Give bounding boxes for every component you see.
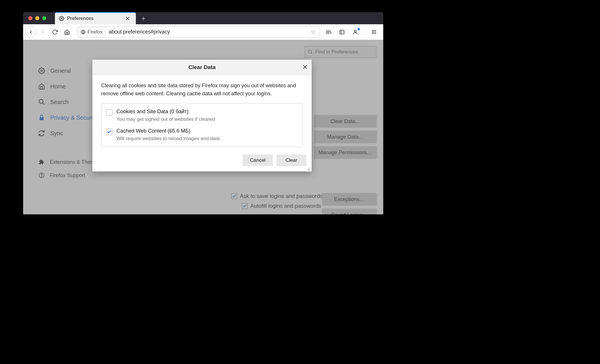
sidebar-item-label: Firefox Support — [50, 172, 85, 179]
option-subtitle: You may get signed out of websites if cl… — [116, 116, 215, 122]
dialog-options: Cookies and Site Data (0 байт) You may g… — [101, 103, 303, 147]
sidebar-item-label: Privacy & Security — [50, 114, 97, 121]
forward-button[interactable] — [37, 26, 49, 38]
bookmark-star-button[interactable]: ☆ — [307, 28, 320, 36]
notification-dot-icon — [358, 28, 360, 30]
browser-window: Preferences ✕ ＋ Firefox about:preference… — [23, 12, 383, 214]
home-button[interactable] — [61, 26, 73, 38]
dialog-title: Clear Data — [188, 64, 216, 70]
puzzle-icon — [38, 159, 46, 165]
tab-preferences[interactable]: Preferences ✕ — [55, 12, 136, 24]
separator — [364, 28, 365, 36]
svg-rect-2 — [340, 30, 344, 34]
new-tab-button[interactable]: ＋ — [138, 12, 149, 24]
manage-data-button[interactable]: Manage Data… — [314, 131, 377, 143]
sidebar-item-label: General — [50, 68, 71, 74]
cancel-button[interactable]: Cancel — [243, 155, 273, 166]
sync-icon — [38, 130, 46, 137]
saved-logins-button[interactable]: Saved Logins… — [322, 209, 377, 214]
sidebar-item-label: Home — [50, 83, 66, 90]
minimize-window-button[interactable] — [35, 16, 39, 20]
svg-rect-6 — [40, 117, 44, 120]
back-button[interactable] — [25, 27, 36, 38]
sidebar-item-label: Sync — [50, 130, 63, 137]
svg-point-3 — [354, 30, 356, 32]
sidebar-button[interactable] — [336, 26, 348, 38]
url-text: about:preferences#privacy — [106, 29, 307, 35]
checkbox-icon — [106, 129, 112, 135]
dialog-description: Clearing all cookies and site data store… — [101, 82, 303, 98]
svg-point-0 — [61, 18, 62, 19]
maximize-window-button[interactable] — [42, 16, 46, 20]
gear-icon — [38, 67, 46, 74]
checkbox-icon — [231, 193, 237, 199]
clear-data-button[interactable]: Clear Data… — [314, 115, 377, 128]
close-tab-button[interactable]: ✕ — [123, 15, 132, 22]
close-window-button[interactable] — [28, 16, 32, 20]
home-icon — [38, 83, 46, 90]
window-controls — [23, 12, 55, 24]
checkbox-icon — [242, 203, 247, 209]
app-menu-button[interactable] — [368, 26, 380, 38]
sidebar-item-label: Search — [50, 99, 68, 105]
svg-point-9 — [308, 50, 312, 53]
option-subtitle: Will require websites to reload images a… — [116, 136, 220, 142]
tab-title: Preferences — [67, 16, 123, 21]
clear-data-dialog: Clear Data ✕ Clearing all cookies and si… — [92, 60, 312, 172]
logins-buttons: Exceptions… Saved Logins… — [322, 193, 377, 214]
resize-grip-icon[interactable] — [307, 166, 311, 170]
help-icon — [38, 172, 46, 178]
svg-point-8 — [41, 176, 42, 177]
manage-permissions-button[interactable]: Manage Permissions… — [314, 146, 377, 159]
toolbar-right — [323, 26, 381, 38]
gear-icon — [59, 16, 64, 21]
dialog-header: Clear Data ✕ — [92, 60, 312, 75]
tab-bar: Preferences ✕ ＋ — [23, 12, 383, 24]
site-data-buttons: Clear Data… Manage Data… Manage Permissi… — [314, 115, 377, 159]
checkbox-icon — [106, 109, 112, 116]
dialog-close-button[interactable]: ✕ — [302, 64, 308, 71]
exceptions-button[interactable]: Exceptions… — [322, 193, 377, 206]
library-button[interactable] — [323, 26, 334, 38]
search-placeholder: Find in Preferences — [315, 49, 358, 55]
account-button[interactable] — [349, 26, 361, 38]
content-area: General Home Search — [23, 40, 383, 214]
address-bar[interactable]: Firefox about:preferences#privacy ☆ — [77, 27, 320, 38]
checkbox-label: Autofill logins and passwords — [250, 203, 321, 209]
search-icon — [38, 99, 46, 105]
site-identity[interactable]: Firefox — [78, 27, 106, 37]
lock-icon — [38, 114, 46, 121]
identity-label: Firefox — [88, 29, 103, 35]
dialog-footer: Cancel Clear — [92, 150, 312, 171]
reload-button[interactable] — [49, 26, 61, 38]
dialog-body: Clearing all cookies and site data store… — [92, 75, 312, 150]
search-icon — [308, 49, 313, 55]
option-cookies-site-data[interactable]: Cookies and Site Data (0 байт) You may g… — [106, 109, 298, 122]
find-in-preferences-input[interactable]: Find in Preferences — [305, 46, 376, 58]
option-title: Cached Web Content (65.6 МБ) — [116, 128, 220, 134]
navigation-toolbar: Firefox about:preferences#privacy ☆ — [23, 24, 383, 40]
option-cached-web-content[interactable]: Cached Web Content (65.6 МБ) Will requir… — [106, 128, 298, 142]
svg-point-4 — [41, 70, 42, 72]
option-title: Cookies and Site Data (0 байт) — [116, 109, 215, 115]
svg-point-5 — [39, 99, 43, 103]
clear-button[interactable]: Clear — [276, 155, 306, 166]
